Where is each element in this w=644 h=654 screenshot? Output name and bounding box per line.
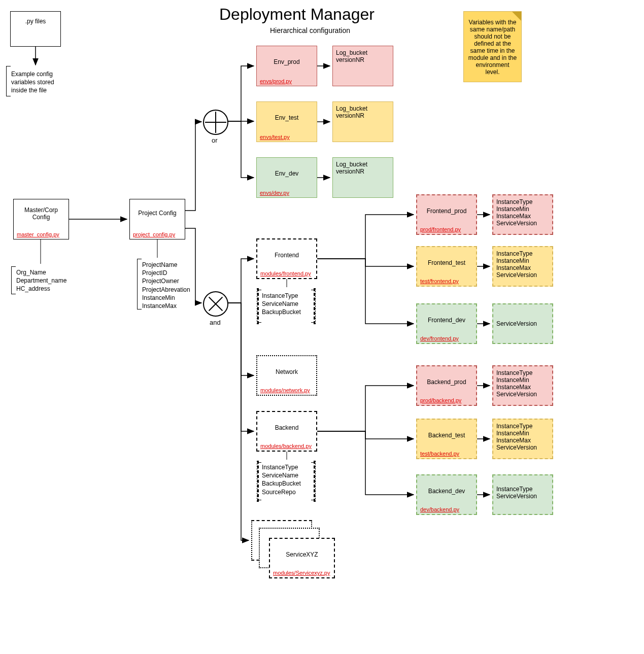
frontend-test-vars: InstanceType InstanceMin InstanceMax Ser… [492,246,553,287]
backend-vars-bracket [257,461,259,502]
project-vars-bracket [137,259,138,309]
or-gate-label: or [212,136,218,144]
master-vars-bracket [11,266,12,294]
env-test-box: Env_test envs/test.py [256,101,317,142]
page-title: Deployment Manager [219,5,375,24]
env-dev-vars-box: Log_bucket versionNR [332,157,393,198]
legend-box: .py files [10,11,61,47]
env-dev-label: Env_dev [260,170,314,177]
frontend-prod-box: Frontend_prod prod/frontend.py [416,194,477,235]
env-test-vars-box: Log_bucket versionNR [332,101,393,142]
master-config-label: Master/Corp Config [17,206,65,221]
master-config-box: Master/Corp Config master_config.py [13,199,69,239]
backend-dev-box: Backend_dev dev/backend.py [416,474,477,515]
frontend-test-box: Frontend_test test/frontend.py [416,246,477,287]
module-network-box: Network modules/network.py [256,355,317,396]
env-prod-box: Env_prod envs/prod.py [256,46,317,86]
warning-note: Variables with the same name/path should… [463,11,522,82]
backend-prod-vars: InstanceType InstanceMin InstanceMax Ser… [492,365,553,406]
diagram-canvas: Deployment Manager Hierarchical configur… [0,0,644,654]
module-servicexyz-label: ServiceXYZ [273,551,331,558]
env-test-label: Env_test [260,114,314,121]
module-frontend-file: modules/frontend.py [260,270,311,277]
and-gate-label: and [210,319,221,326]
master-vars: Org_Name Department_name HC_address [16,268,66,293]
env-dev-file: envs/dev.py [260,190,289,196]
backend-prod-box: Backend_prod prod/backend.py [416,365,477,406]
module-frontend-vars: InstanceType ServiceName BackupBucket [262,292,301,317]
module-backend-label: Backend [260,424,313,431]
backend-test-box: Backend_test test/backend.py [416,419,477,459]
module-frontend-box: Frontend modules/frontend.py [256,238,317,279]
frontend-vars-rbracket [314,288,316,324]
env-test-file: envs/test.py [260,134,290,140]
env-prod-file: envs/prod.py [260,78,292,84]
env-dev-box: Env_dev envs/dev.py [256,157,317,198]
module-backend-file: modules/backend.py [260,443,312,449]
legend-box-label: .py files [14,18,57,25]
module-network-file: modules/network.py [260,387,310,393]
page-subtitle: Hierarchical configuration [270,26,350,35]
backend-test-vars: InstanceType InstanceMin InstanceMax Ser… [492,419,553,459]
warning-note-text: Variables with the same name/path should… [468,19,517,76]
module-servicexyz-box: ServiceXYZ modules/Servicexyz.py [269,538,335,578]
dog-ear-icon [512,12,521,21]
or-gate-icon [203,110,228,135]
module-backend-box: Backend modules/backend.py [256,411,317,452]
frontend-dev-vars: ServiceVersion [492,303,553,344]
project-config-label: Project Config [133,210,182,217]
module-network-label: Network [260,368,313,375]
and-gate-icon [203,291,228,317]
frontend-prod-vars: InstanceType InstanceMin InstanceMax Ser… [492,194,553,235]
master-config-file: master_config.py [17,231,59,237]
backend-vars-rbracket [314,461,316,502]
project-config-box: Project Config project_config.py [129,199,185,239]
module-backend-vars: InstanceType ServiceName BackupBucket So… [262,463,301,496]
project-config-file: project_config.py [133,231,175,237]
project-vars: ProjectName ProjectID ProjectOwner Proje… [142,261,190,310]
backend-dev-vars: InstanceType ServiceVersion [492,474,553,515]
module-servicexyz-file: modules/Servicexyz.py [273,570,330,576]
module-frontend-label: Frontend [260,252,313,259]
frontend-vars-bracket [257,288,259,324]
frontend-dev-box: Frontend_dev dev/frontend.py [416,303,477,344]
legend-desc: Example config variables stored inside t… [11,70,54,95]
env-prod-vars-box: Log_bucket versionNR [332,46,393,86]
env-prod-label: Env_prod [260,58,314,65]
legend-bracket [6,66,7,96]
